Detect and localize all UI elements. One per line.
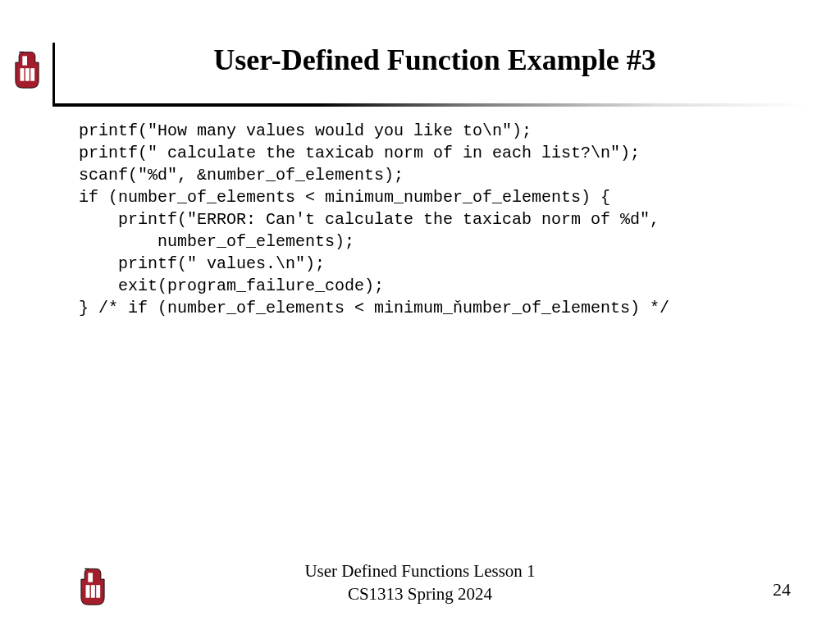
ou-logo-bottom <box>79 568 107 610</box>
svg-rect-4 <box>88 573 93 582</box>
svg-rect-7 <box>96 585 100 598</box>
title-horizontal-rule <box>52 103 807 107</box>
footer-line-2: CS1313 Spring 2024 <box>0 583 840 605</box>
footer-line-1: User Defined Functions Lesson 1 <box>0 560 840 582</box>
title-block: User-Defined Function Example #3 <box>52 43 807 90</box>
svg-rect-1 <box>21 68 25 81</box>
slide: User-Defined Function Example #3 printf(… <box>0 0 840 630</box>
footer-text: User Defined Functions Lesson 1 CS1313 S… <box>0 560 840 605</box>
code-block: printf("How many values would you like t… <box>79 120 807 319</box>
ou-logo-icon <box>81 568 104 605</box>
svg-rect-2 <box>25 68 30 81</box>
page-number: 24 <box>773 579 791 600</box>
svg-rect-5 <box>86 585 90 598</box>
ou-logo-icon <box>16 52 39 88</box>
svg-rect-6 <box>91 585 95 598</box>
slide-title: User-Defined Function Example #3 <box>52 43 807 90</box>
svg-rect-0 <box>22 56 27 65</box>
ou-logo-top <box>13 51 41 94</box>
footer: User Defined Functions Lesson 1 CS1313 S… <box>0 560 840 605</box>
svg-rect-3 <box>30 68 34 81</box>
